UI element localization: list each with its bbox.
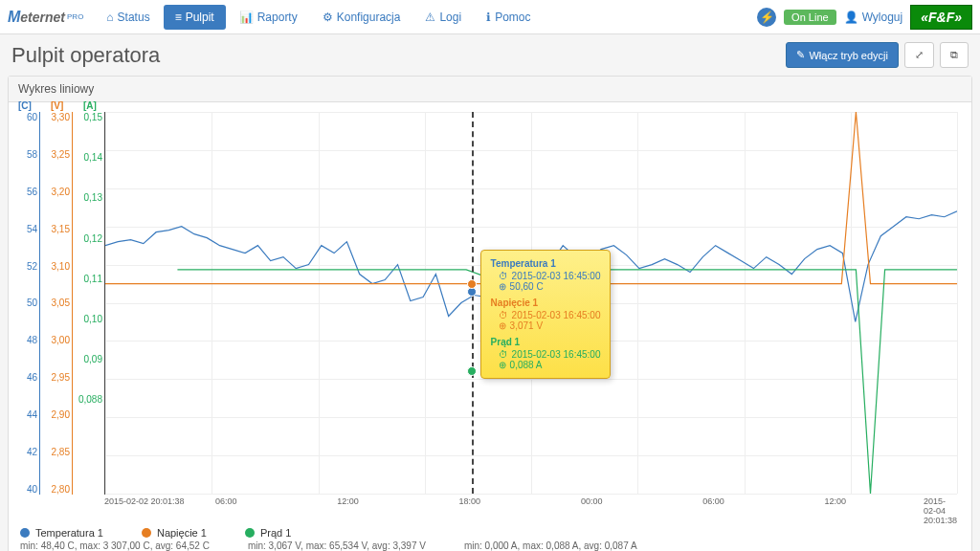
grid-icon: ≡ [175,11,182,24]
chart-cursor [472,112,474,494]
chart-legend: Temperatura 1Napięcie 1Prąd 1 [9,523,971,540]
chart-plot-area[interactable]: Temperatura 1 ⏱2015-02-03 16:45:00 ⊕50,6… [104,112,957,495]
nav-pulpit[interactable]: ≡Pulpit [164,5,226,30]
home-icon: ⌂ [106,11,113,24]
popout-button[interactable]: ⧉ [940,42,969,68]
cursor-point-curr [467,366,477,376]
popout-icon: ⧉ [950,49,958,61]
expand-icon: ⤢ [915,49,924,61]
user-icon: 👤 [844,11,858,24]
warning-icon: ⚠ [425,11,435,24]
y1-axis: 6058565452504846444240 [9,112,37,495]
info-icon: ℹ [486,11,491,24]
cursor-point-volt [467,279,477,289]
chart-tooltip: Temperatura 1 ⏱2015-02-03 16:45:00 ⊕50,6… [480,250,612,379]
x-axis: 2015-02-02 20:01:3806:0012:0018:0000:000… [104,496,957,510]
pencil-icon: ✎ [796,49,805,61]
chart-stats: min: 48,40 C, max: 3 307,00 C, avg: 64,5… [9,540,971,551]
nav-status[interactable]: ⌂Status [95,5,161,30]
status-badge: On Line [784,10,836,25]
y3-axis: 0,150,140,130,120,110,100,090,088 [74,112,102,495]
nav-konfiguracja[interactable]: ⚙Konfiguracja [311,5,412,30]
y2-axis: 3,303,253,203,153,103,053,002,952,902,85… [41,112,70,495]
gear-icon: ⚙ [323,11,333,24]
app-logo: Meternet PRO [8,9,83,26]
nav-items: ⌂Status ≡Pulpit 📊Raporty ⚙Konfiguracja ⚠… [95,5,542,30]
panel-title: Wykres liniowy [9,77,971,102]
y2-axis-label: [V] [51,100,63,111]
chart-icon: 📊 [239,11,254,24]
navbar: Meternet PRO ⌂Status ≡Pulpit 📊Raporty ⚙K… [0,0,980,34]
page-title: Pulpit operatora [11,43,160,68]
nav-raporty[interactable]: 📊Raporty [228,5,309,30]
nav-logi[interactable]: ⚠Logi [413,5,473,30]
nav-pomoc[interactable]: ℹPomoc [475,5,542,30]
y3-axis-label: [A] [83,100,97,111]
expand-button[interactable]: ⤢ [904,42,934,68]
connection-icon[interactable]: ⚡ [757,8,776,27]
edit-mode-button[interactable]: ✎Włącz tryb edycji [786,42,899,68]
brand-badge: «F&F» [910,5,972,30]
y1-axis-label: [C] [18,100,32,111]
chart-panel: Wykres liniowy [C] [V] [A] 6058565452504… [8,76,972,551]
logout-link[interactable]: 👤Wyloguj [844,11,903,24]
page-header: Pulpit operatora ✎Włącz tryb edycji ⤢ ⧉ [0,34,980,76]
chart-container[interactable]: [C] [V] [A] 6058565452504846444240 3,303… [9,102,971,523]
